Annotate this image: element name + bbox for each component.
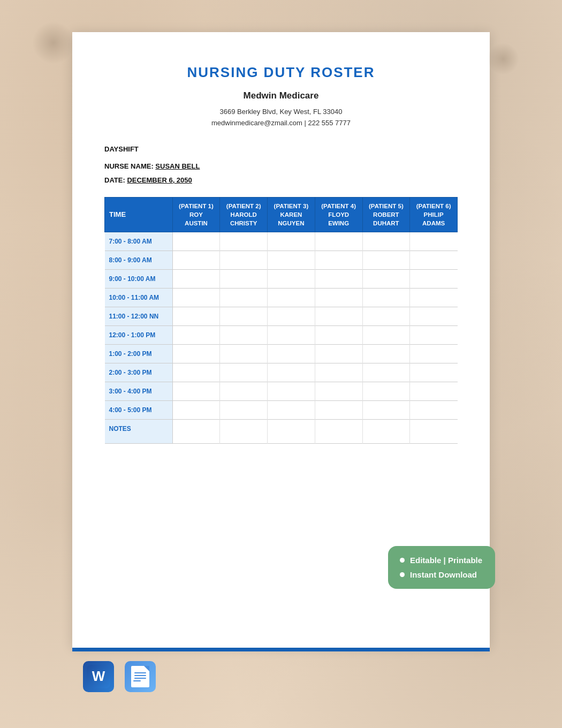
data-cell[interactable] <box>172 420 220 444</box>
word-icon[interactable]: W <box>83 661 114 692</box>
data-cell[interactable] <box>172 251 220 270</box>
time-cell: 10:00 - 11:00 AM <box>105 289 173 307</box>
features-badge: Editable | Printable Instant Download <box>388 546 495 589</box>
badge-item-download: Instant Download <box>400 570 483 579</box>
data-cell[interactable] <box>220 363 268 382</box>
bullet-icon-2 <box>400 572 405 577</box>
data-cell[interactable] <box>362 382 410 401</box>
data-cell[interactable] <box>220 326 268 345</box>
data-cell[interactable] <box>315 345 362 363</box>
data-cell[interactable] <box>172 326 220 345</box>
data-cell[interactable] <box>410 232 458 251</box>
table-row: 2:00 - 3:00 PM <box>105 363 458 382</box>
data-cell[interactable] <box>362 345 410 363</box>
data-cell[interactable] <box>172 232 220 251</box>
data-cell[interactable] <box>315 232 362 251</box>
nurse-name-field: NURSE NAME: SUSAN BELL <box>104 161 458 172</box>
col-header-time: TIME <box>105 197 173 232</box>
data-cell[interactable] <box>268 251 315 270</box>
bottom-accent-bar <box>72 648 490 651</box>
data-cell[interactable] <box>268 307 315 326</box>
table-row: 3:00 - 4:00 PM <box>105 382 458 401</box>
data-cell[interactable] <box>315 270 362 289</box>
docs-icon[interactable] <box>125 661 156 692</box>
data-cell[interactable] <box>268 382 315 401</box>
data-cell[interactable] <box>220 232 268 251</box>
data-cell[interactable] <box>220 307 268 326</box>
footer-icons-row: W <box>72 651 490 702</box>
data-cell[interactable] <box>268 420 315 444</box>
data-cell[interactable] <box>172 345 220 363</box>
data-cell[interactable] <box>172 270 220 289</box>
data-cell[interactable] <box>410 289 458 307</box>
data-cell[interactable] <box>410 326 458 345</box>
data-cell[interactable] <box>410 363 458 382</box>
data-cell[interactable] <box>362 420 410 444</box>
data-cell[interactable] <box>410 307 458 326</box>
document-page: NURSING DUTY ROSTER Medwin Medicare 3669… <box>72 32 490 648</box>
data-cell[interactable] <box>172 363 220 382</box>
data-cell[interactable] <box>268 270 315 289</box>
table-row: 1:00 - 2:00 PM <box>105 345 458 363</box>
data-cell[interactable] <box>362 232 410 251</box>
col-header-p3: (PATIENT 3) KAREN NGUYEN <box>268 197 315 232</box>
data-cell[interactable] <box>362 363 410 382</box>
table-row: 7:00 - 8:00 AM <box>105 232 458 251</box>
data-cell[interactable] <box>315 420 362 444</box>
date-field: DATE: DECEMBER 6, 2050 <box>104 175 458 186</box>
col-header-p4: (PATIENT 4) FLOYD EWING <box>315 197 362 232</box>
data-cell[interactable] <box>268 345 315 363</box>
docs-line-2 <box>134 675 146 676</box>
data-cell[interactable] <box>315 326 362 345</box>
data-cell[interactable] <box>268 363 315 382</box>
page-title: NURSING DUTY ROSTER <box>104 64 458 81</box>
docs-line-4 <box>133 680 141 681</box>
data-cell[interactable] <box>362 307 410 326</box>
data-cell[interactable] <box>410 251 458 270</box>
data-cell[interactable] <box>172 401 220 420</box>
table-row: 9:00 - 10:00 AM <box>105 270 458 289</box>
data-cell[interactable] <box>410 382 458 401</box>
org-address-line2: medwinmedicare@zmail.com | 222 555 7777 <box>104 118 458 129</box>
col-header-p2: (PATIENT 2) HAROLD CHRISTY <box>220 197 268 232</box>
data-cell[interactable] <box>410 401 458 420</box>
data-cell[interactable] <box>315 307 362 326</box>
badge-editable-label: Editable | Printable <box>410 556 482 565</box>
data-cell[interactable] <box>315 251 362 270</box>
data-cell[interactable] <box>220 345 268 363</box>
docs-inner <box>131 666 149 687</box>
data-cell[interactable] <box>410 420 458 444</box>
data-cell[interactable] <box>315 289 362 307</box>
data-cell[interactable] <box>268 401 315 420</box>
data-cell[interactable] <box>220 289 268 307</box>
data-cell[interactable] <box>268 289 315 307</box>
time-cell: 12:00 - 1:00 PM <box>105 326 173 345</box>
data-cell[interactable] <box>220 270 268 289</box>
table-row: 8:00 - 9:00 AM <box>105 251 458 270</box>
data-cell[interactable] <box>410 270 458 289</box>
data-cell[interactable] <box>362 251 410 270</box>
data-cell[interactable] <box>268 232 315 251</box>
data-cell[interactable] <box>410 345 458 363</box>
data-cell[interactable] <box>220 401 268 420</box>
data-cell[interactable] <box>220 420 268 444</box>
data-cell[interactable] <box>268 326 315 345</box>
time-cell: 11:00 - 12:00 NN <box>105 307 173 326</box>
data-cell[interactable] <box>362 289 410 307</box>
data-cell[interactable] <box>220 251 268 270</box>
data-cell[interactable] <box>315 401 362 420</box>
date-value: DECEMBER 6, 2050 <box>127 176 192 184</box>
data-cell[interactable] <box>172 289 220 307</box>
svg-text:W: W <box>92 668 105 684</box>
data-cell[interactable] <box>362 270 410 289</box>
table-row: 11:00 - 12:00 NN <box>105 307 458 326</box>
data-cell[interactable] <box>315 363 362 382</box>
table-header-row: TIME (PATIENT 1) ROY AUSTIN (PATIENT 2) … <box>105 197 458 232</box>
org-name: Medwin Medicare <box>104 90 458 101</box>
data-cell[interactable] <box>172 382 220 401</box>
data-cell[interactable] <box>220 382 268 401</box>
data-cell[interactable] <box>362 401 410 420</box>
data-cell[interactable] <box>362 326 410 345</box>
data-cell[interactable] <box>172 307 220 326</box>
data-cell[interactable] <box>315 382 362 401</box>
